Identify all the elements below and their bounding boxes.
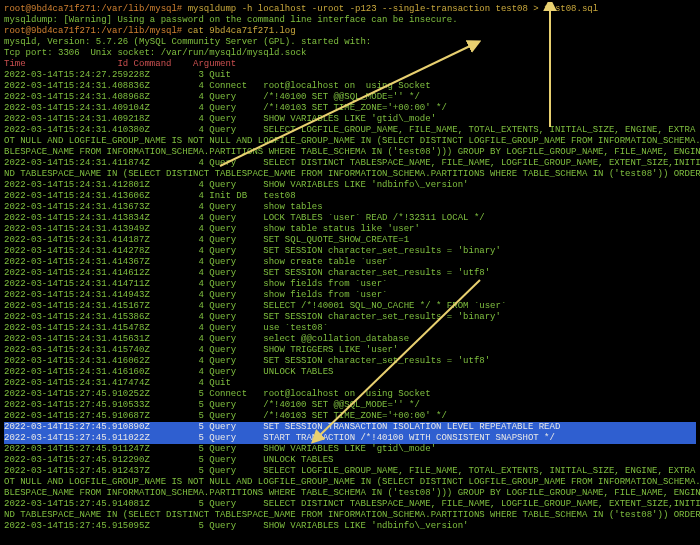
command-line-1: root@9bd4ca71f271:/var/lib/mysql# mysqld… <box>4 4 696 15</box>
command-text: mysqldump -h localhost -uroot -p123 --si… <box>188 4 598 14</box>
log-row: 2022-03-14T15:24:31.409218Z 4 Query SHOW… <box>4 114 696 125</box>
log-row: 2022-03-14T15:27:45.911022Z 5 Query STAR… <box>4 433 696 444</box>
log-rows-highlighted: 2022-03-14T15:27:45.910890Z 5 Query SET … <box>4 422 696 444</box>
log-row: 2022-03-14T15:24:31.414711Z 4 Query show… <box>4 279 696 290</box>
log-row: 2022-03-14T15:24:31.415740Z 4 Query SHOW… <box>4 345 696 356</box>
mysqld-version-line: mysqld, Version: 5.7.26 (MySQL Community… <box>4 37 696 48</box>
log-row: OT NULL AND LOGFILE_GROUP_NAME IS NOT NU… <box>4 136 696 147</box>
terminal-window[interactable]: root@9bd4ca71f271:/var/lib/mysql# mysqld… <box>0 0 700 545</box>
log-row: 2022-03-14T15:24:31.414278Z 4 Query SET … <box>4 246 696 257</box>
log-row: 2022-03-14T15:27:45.912290Z 5 Query UNLO… <box>4 455 696 466</box>
log-row: 2022-03-14T15:24:31.416160Z 4 Query UNLO… <box>4 367 696 378</box>
log-row: ND TABLESPACE_NAME IN (SELECT DISTINCT T… <box>4 510 696 521</box>
log-row: ND TABLESPACE_NAME IN (SELECT DISTINCT T… <box>4 169 696 180</box>
log-row: 2022-03-14T15:27:45.911247Z 5 Query SHOW… <box>4 444 696 455</box>
log-row: 2022-03-14T15:24:31.415167Z 4 Query SELE… <box>4 301 696 312</box>
log-row: 2022-03-14T15:24:31.416062Z 4 Query SET … <box>4 356 696 367</box>
log-header-row: Time Id Command Argument <box>4 59 696 70</box>
shell-prompt: root@9bd4ca71f271:/var/lib/mysql# <box>4 26 182 36</box>
command-text: cat 9bd4ca71f271.log <box>188 26 296 36</box>
log-row: 2022-03-14T15:24:31.410380Z 4 Query SELE… <box>4 125 696 136</box>
log-row: 2022-03-14T15:24:31.409104Z 4 Query /*!4… <box>4 103 696 114</box>
log-row: 2022-03-14T15:24:31.408968Z 4 Query /*!4… <box>4 92 696 103</box>
log-row: 2022-03-14T15:27:45.910533Z 5 Query /*!4… <box>4 400 696 411</box>
log-row: 2022-03-14T15:24:27.259228Z 3 Quit <box>4 70 696 81</box>
log-row: 2022-03-14T15:27:45.910890Z 5 Query SET … <box>4 422 696 433</box>
log-row: 2022-03-14T15:24:31.414187Z 4 Query SET … <box>4 235 696 246</box>
log-row: 2022-03-14T15:24:31.415631Z 4 Query sele… <box>4 334 696 345</box>
log-row: 2022-03-14T15:27:45.912437Z 5 Query SELE… <box>4 466 696 477</box>
log-row: 2022-03-14T15:24:31.414367Z 4 Query show… <box>4 257 696 268</box>
log-row: 2022-03-14T15:24:31.414612Z 4 Query SET … <box>4 268 696 279</box>
log-row: 2022-03-14T15:24:31.413606Z 4 Init DB te… <box>4 191 696 202</box>
log-row: 2022-03-14T15:24:31.408836Z 4 Connect ro… <box>4 81 696 92</box>
log-row: 2022-03-14T15:24:31.412801Z 4 Query SHOW… <box>4 180 696 191</box>
log-row: 2022-03-14T15:24:31.413949Z 4 Query show… <box>4 224 696 235</box>
log-row: BLESPACE_NAME FROM INFORMATION_SCHEMA.PA… <box>4 147 696 158</box>
log-row: 2022-03-14T15:27:45.914081Z 5 Query SELE… <box>4 499 696 510</box>
log-rows-top: 2022-03-14T15:24:27.259228Z 3 Quit2022-0… <box>4 70 696 422</box>
log-row: 2022-03-14T15:27:45.910687Z 5 Query /*!4… <box>4 411 696 422</box>
log-row: 2022-03-14T15:24:31.415386Z 4 Query SET … <box>4 312 696 323</box>
log-row: BLESPACE_NAME FROM INFORMATION_SCHEMA.PA… <box>4 488 696 499</box>
log-rows-bottom: 2022-03-14T15:27:45.911247Z 5 Query SHOW… <box>4 444 696 532</box>
warning-line: mysqldump: [Warning] Using a password on… <box>4 15 696 26</box>
shell-prompt: root@9bd4ca71f271:/var/lib/mysql# <box>4 4 182 14</box>
log-row: 2022-03-14T15:24:31.413673Z 4 Query show… <box>4 202 696 213</box>
log-row: 2022-03-14T15:24:31.411874Z 4 Query SELE… <box>4 158 696 169</box>
log-row: 2022-03-14T15:24:31.414943Z 4 Query show… <box>4 290 696 301</box>
log-row: 2022-03-14T15:24:31.415478Z 4 Query use … <box>4 323 696 334</box>
log-row: 2022-03-14T15:27:45.915095Z 5 Query SHOW… <box>4 521 696 532</box>
log-row: 2022-03-14T15:27:45.910252Z 5 Connect ro… <box>4 389 696 400</box>
command-line-2: root@9bd4ca71f271:/var/lib/mysql# cat 9b… <box>4 26 696 37</box>
log-row: 2022-03-14T15:24:31.417474Z 4 Quit <box>4 378 696 389</box>
mysqld-socket-line: Tcp port: 3306 Unix socket: /var/run/mys… <box>4 48 696 59</box>
log-row: 2022-03-14T15:24:31.413834Z 4 Query LOCK… <box>4 213 696 224</box>
log-row: OT NULL AND LOGFILE_GROUP_NAME IS NOT NU… <box>4 477 696 488</box>
